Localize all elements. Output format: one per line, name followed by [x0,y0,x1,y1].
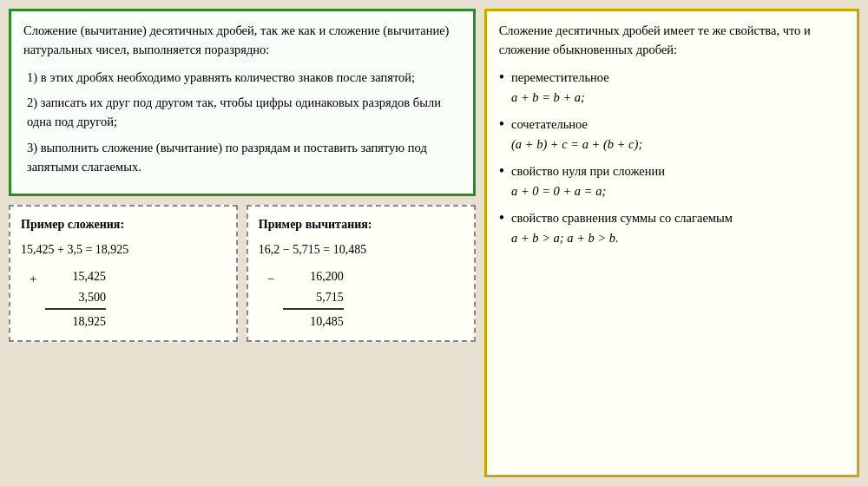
bullet-text-2: сочетательное (a + b) + c = a + (b + c); [511,115,642,154]
bullet4-name: свойство сравнения суммы со слагаемым [511,209,733,227]
left-column: Сложение (вычитание) десятичных дробей, … [9,9,476,477]
item1-text: 1) в этих дробях необходимо уравнять кол… [27,70,415,84]
bullet3-name: свойство нуля при сложении [511,162,665,181]
subtraction-sign: − [267,266,283,291]
subtraction-title: Пример вычитания: [259,215,464,234]
bullet-dot-2: • [499,115,504,135]
addition-num2: 3,500 [45,287,106,308]
subtraction-equation: 16,2 − 5,715 = 10,485 [259,240,464,259]
bullet-item-2: • сочетательное (a + b) + c = a + (b + c… [499,115,845,154]
bullet-text-4: свойство сравнения суммы со слагаемым a … [511,209,733,247]
subtraction-num1: 16,200 [283,266,344,287]
item3-text: 3) выполнить сложение (вычитание) по раз… [27,141,427,174]
subtraction-result: 10,485 [283,308,344,332]
main-container: Сложение (вычитание) десятичных дробей, … [9,9,859,477]
bullet1-formula: a + b = b + a; [511,89,609,107]
bullet-item-3: • свойство нуля при сложении a + 0 = 0 +… [499,162,845,200]
addition-vertical: + 15,425 3,500 18,925 [30,266,226,332]
bullet-text-1: переместительное a + b = b + a; [511,69,609,107]
bullet-text-3: свойство нуля при сложении a + 0 = 0 + a… [511,162,665,200]
subtraction-num2: 5,715 [283,287,344,308]
bullet4-formula: a + b > a; a + b > b. [511,229,733,247]
bullet-dot-1: • [499,69,504,88]
item2-text: 2) записать их друг под другом так, чтоб… [27,95,441,128]
list-item-2: 2) записать их друг под другом так, чтоб… [23,94,461,132]
bullet1-name: переместительное [511,69,609,87]
addition-result: 18,925 [45,308,106,332]
subtraction-vertical: − 16,200 5,715 10,485 [267,266,464,332]
bullet2-name: сочетательное [511,115,642,134]
bullet-item-4: • свойство сравнения суммы со слагаемым … [499,209,845,247]
addition-num1: 15,425 [45,266,106,287]
list-item-3: 3) выполнить сложение (вычитание) по раз… [23,139,461,177]
bullet-dot-4: • [499,209,504,228]
intro-text: Сложение (вычитание) десятичных дробей, … [23,22,461,60]
addition-numbers: 15,425 3,500 18,925 [45,266,106,332]
right-panel: Сложение десятичных дробей имеет те же с… [484,9,859,477]
subtraction-numbers: 16,200 5,715 10,485 [283,266,344,332]
example-addition-box: Пример сложения: 15,425 + 3,5 = 18,925 +… [9,205,238,342]
list-item-1: 1) в этих дробях необходимо уравнять кол… [23,69,461,88]
bullet2-formula: (a + b) + c = a + (b + c); [511,135,642,154]
top-box: Сложение (вычитание) десятичных дробей, … [9,9,476,196]
bottom-row: Пример сложения: 15,425 + 3,5 = 18,925 +… [9,205,476,342]
addition-title: Пример сложения: [21,215,226,234]
bullet-item-1: • переместительное a + b = b + a; [499,69,845,107]
bullet3-formula: a + 0 = 0 + a = a; [511,182,665,200]
example-subtraction-box: Пример вычитания: 16,2 − 5,715 = 10,485 … [247,205,476,342]
addition-sign: + [30,266,45,291]
bullet-dot-3: • [499,162,504,181]
right-title: Сложение десятичных дробей имеет те же с… [499,22,845,60]
addition-equation: 15,425 + 3,5 = 18,925 [21,240,226,259]
